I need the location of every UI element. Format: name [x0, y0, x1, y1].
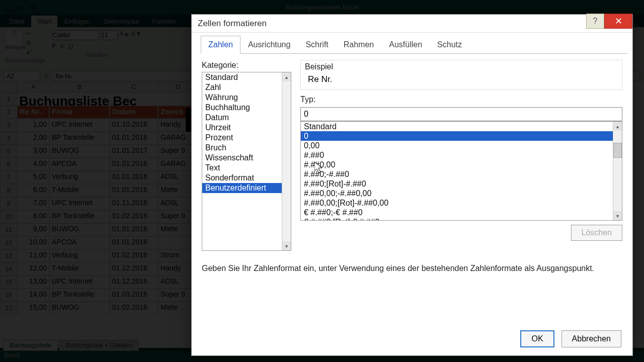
dialog-tab[interactable]: Schrift — [298, 36, 336, 54]
typ-item[interactable]: #.##0 — [301, 150, 622, 160]
kategorie-label: Kategorie: — [202, 61, 291, 70]
kategorie-item[interactable]: Bruch — [202, 143, 291, 153]
ok-button[interactable]: OK — [520, 330, 554, 347]
kategorie-item[interactable]: Buchhaltung — [202, 103, 291, 113]
typ-item[interactable]: Standard — [301, 122, 622, 131]
kategorie-item[interactable]: Sonderformat — [202, 173, 291, 183]
scroll-up-icon[interactable]: ▴ — [282, 72, 291, 81]
dialog-titlebar[interactable]: Zellen formatieren ? ✕ — [192, 15, 632, 33]
typ-item[interactable]: #.##0;-#.##0 — [301, 169, 622, 179]
delete-button[interactable]: Löschen — [571, 225, 623, 241]
dialog-title: Zellen formatieren — [198, 19, 267, 29]
kategorie-item[interactable]: Wissenschaft — [202, 153, 291, 163]
scroll-down-icon[interactable]: ▾ — [613, 211, 622, 220]
typ-item[interactable]: 0,00 — [301, 141, 622, 150]
kategorie-item[interactable]: Benutzerdefiniert — [202, 183, 291, 193]
kategorie-item[interactable]: Datum — [202, 113, 291, 123]
kategorie-item[interactable]: Währung — [202, 93, 291, 103]
format-cells-dialog: Zellen formatieren ? ✕ ZahlenAusrichtung… — [191, 14, 633, 356]
dialog-tab[interactable]: Zahlen — [201, 36, 240, 54]
typ-item[interactable]: #.##0,00 — [301, 160, 622, 169]
hint-text: Geben Sie Ihr Zahlenformat ein, unter Ve… — [202, 264, 622, 273]
kategorie-listbox[interactable]: StandardZahlWährungBuchhaltungDatumUhrze… — [202, 72, 291, 251]
cancel-button[interactable]: Abbrechen — [561, 330, 621, 347]
typ-item[interactable]: #.##0,00;-#.##0,00 — [301, 189, 622, 198]
kategorie-item[interactable]: Prozent — [202, 133, 291, 143]
dialog-tab[interactable]: Ausrichtung — [240, 36, 298, 54]
dialog-tab[interactable]: Ausfüllen — [381, 36, 430, 54]
dialog-tab[interactable]: Rahmen — [336, 36, 381, 54]
scroll-thumb[interactable] — [613, 143, 622, 158]
typ-item[interactable]: #.##0;[Rot]-#.##0 — [301, 179, 622, 189]
scroll-up-icon[interactable]: ▴ — [613, 122, 622, 131]
scrollbar[interactable]: ▴ ▾ — [613, 122, 622, 220]
dialog-body: Kategorie: StandardZahlWährungBuchhaltun… — [192, 54, 632, 354]
close-icon: ✕ — [615, 16, 622, 27]
typ-label: Typ: — [300, 95, 622, 104]
kategorie-item[interactable]: Uhrzeit — [202, 123, 291, 133]
scroll-down-icon[interactable]: ▾ — [282, 241, 291, 250]
beispiel-value: Re Nr. — [308, 74, 618, 84]
help-icon: ? — [593, 17, 598, 26]
scrollbar[interactable]: ▴ ▾ — [282, 72, 291, 250]
typ-input[interactable] — [300, 107, 622, 121]
kategorie-item[interactable]: Standard — [202, 72, 291, 82]
beispiel-label: Beispiel — [305, 62, 618, 71]
dialog-tabstrip: ZahlenAusrichtungSchriftRahmenAusfüllenS… — [201, 36, 627, 54]
kategorie-item[interactable]: Text — [202, 163, 291, 173]
dialog-tab[interactable]: Schutz — [430, 36, 469, 54]
typ-item[interactable]: € #.##0;-€ #.##0 — [301, 208, 622, 217]
close-button[interactable]: ✕ — [604, 14, 632, 29]
typ-item[interactable]: 0 — [301, 131, 622, 141]
help-button[interactable]: ? — [586, 14, 604, 29]
kategorie-item[interactable]: Zahl — [202, 82, 291, 93]
typ-listbox[interactable]: Standard00,00#.##0#.##0,00#.##0;-#.##0#.… — [300, 121, 622, 221]
typ-item[interactable]: € #.##0;[Rot]-€ #.##0 — [301, 217, 622, 221]
typ-item[interactable]: #.##0,00;[Rot]-#.##0,00 — [301, 198, 622, 208]
